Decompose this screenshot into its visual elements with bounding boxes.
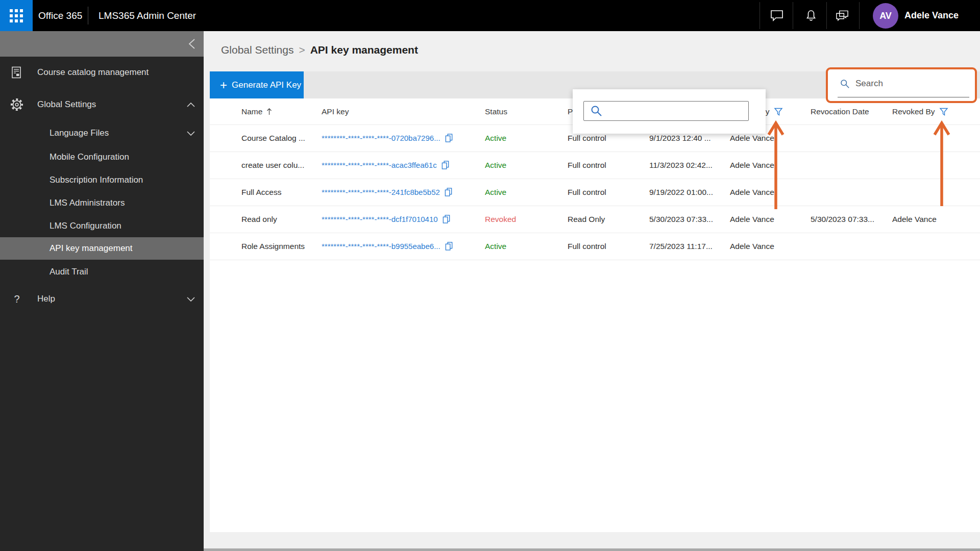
search-icon — [591, 105, 603, 117]
sidebar-item-label: LMS Administrators — [50, 198, 125, 208]
avatar[interactable]: AV — [873, 3, 898, 29]
cell-api-key: ********-****-****-****-acac3ffea61c — [322, 152, 450, 179]
chevron-down-icon[interactable] — [187, 294, 195, 304]
cell-name: Course Catalog ... — [241, 124, 305, 152]
cell-permission: Full control — [568, 179, 606, 206]
cell-name: Read only — [241, 206, 277, 233]
cell-api-key: ********-****-****-****-0720ba7296... — [322, 124, 453, 152]
sidebar-item-label: Subscription Information — [50, 175, 143, 185]
status-badge: Active — [485, 233, 506, 260]
cell-permission: Read Only — [568, 206, 605, 233]
column-header-name[interactable]: Name — [241, 98, 272, 124]
filter-icon[interactable] — [939, 108, 948, 116]
chevron-up-icon[interactable] — [187, 99, 195, 110]
cell-created-by: Adele Vance — [730, 179, 774, 206]
filter-search-popup — [573, 89, 766, 134]
copy-icon[interactable] — [445, 133, 453, 143]
cell-revoked-by: Adele Vance — [892, 206, 937, 233]
cell-created-by: Adele Vance — [730, 233, 774, 260]
collapse-sidebar-icon[interactable] — [187, 38, 197, 49]
cell-api-key: ********-****-****-****-b9955eabe6... — [322, 233, 453, 260]
cell-permission: Full control — [568, 152, 606, 179]
help-icon: ? — [10, 292, 23, 306]
status-badge: Active — [485, 152, 506, 179]
table-row[interactable]: create user colu... ********-****-****-*… — [210, 152, 980, 179]
topbar-divider — [826, 2, 827, 29]
cell-name: Role Assignments — [241, 233, 305, 260]
sidebar-item-label: Language Files — [50, 128, 109, 138]
sort-ascending-icon — [266, 108, 272, 115]
sidebar-item-label: Help — [37, 294, 55, 304]
filter-icon[interactable] — [774, 108, 783, 116]
chevron-down-icon[interactable] — [187, 128, 195, 138]
sidebar-item-subscription-information[interactable]: Subscription Information — [0, 169, 204, 191]
search-input[interactable] — [854, 78, 969, 89]
breadcrumb-separator: > — [293, 44, 310, 56]
copy-icon[interactable] — [445, 241, 453, 251]
topbar-divider — [88, 7, 88, 24]
office-365-label[interactable]: Office 365 — [38, 0, 82, 31]
sidebar-item-mobile-configuration[interactable]: Mobile Configuration — [0, 146, 204, 168]
cell-api-key: ********-****-****-****-dcf1f7010410 — [322, 206, 451, 233]
app-launcher-icon[interactable] — [0, 0, 33, 31]
catalog-icon — [10, 66, 23, 79]
plus-icon: + — [220, 79, 227, 91]
chat-icon[interactable] — [770, 0, 783, 31]
generate-api-key-button[interactable]: + Generate API Key — [210, 71, 304, 98]
cell-created-by: Adele Vance — [730, 152, 774, 179]
generate-api-key-label: Generate API Key — [232, 80, 301, 90]
status-badge: Revoked — [485, 206, 516, 233]
table-row[interactable]: Read only ********-****-****-****-dcf1f7… — [210, 206, 980, 233]
search-icon — [840, 79, 850, 89]
breadcrumb: Global Settings>API key management — [221, 44, 418, 56]
waffle-grid — [10, 9, 23, 22]
cell-created: 7/25/2023 11:17... — [649, 233, 713, 260]
topbar-divider — [793, 2, 793, 29]
column-header-status[interactable]: Status — [485, 98, 507, 124]
table-row[interactable]: Full Access ********-****-****-****-241f… — [210, 179, 980, 206]
sidebar-item-global-settings[interactable]: Global Settings — [0, 93, 204, 116]
user-name[interactable]: Adele Vance — [904, 0, 959, 31]
popup-search-box[interactable] — [583, 101, 749, 121]
cell-api-key: ********-****-****-****-241fc8be5b52 — [322, 179, 453, 206]
feedback-icon[interactable] — [836, 0, 849, 31]
notifications-bell-icon[interactable] — [804, 0, 818, 31]
sidebar-item-label: Global Settings — [37, 99, 96, 110]
cell-permission: Full control — [568, 233, 606, 260]
sidebar-item-lms-administrators[interactable]: LMS Administrators — [0, 192, 204, 214]
sidebar-item-lms-configuration[interactable]: LMS Configuration — [0, 215, 204, 237]
sidebar-item-label: Course catalog management — [37, 67, 149, 78]
gear-icon — [10, 98, 23, 111]
popup-search-input[interactable] — [607, 103, 748, 119]
sidebar-item-api-key-management[interactable]: API key management — [0, 237, 204, 260]
cell-created: 11/3/2023 02:42... — [649, 152, 713, 179]
copy-icon[interactable] — [444, 187, 453, 197]
cell-created: 5/30/2023 07:33... — [649, 206, 713, 233]
search-highlight-annotation — [826, 67, 977, 103]
sidebar-header — [0, 31, 204, 57]
topbar-divider — [760, 2, 760, 29]
sidebar-item-help[interactable]: ? Help — [0, 288, 204, 310]
table-row[interactable]: Role Assignments ********-****-****-****… — [210, 233, 980, 260]
table-panel: Name API key Status Permission Created C… — [210, 98, 980, 532]
sidebar-item-label: API key management — [50, 243, 133, 254]
sidebar-item-course-catalog-management[interactable]: Course catalog management — [0, 61, 204, 84]
page-title: API key management — [310, 44, 418, 56]
admin-center-label[interactable]: LMS365 Admin Center — [99, 0, 196, 31]
topbar-divider — [859, 2, 860, 29]
column-header-api-key[interactable]: API key — [322, 98, 349, 124]
search-box[interactable] — [838, 70, 969, 97]
horizontal-scrollbar[interactable] — [204, 548, 980, 551]
top-bar: Office 365 LMS365 Admin Center AV Adele … — [0, 0, 980, 31]
breadcrumb-section[interactable]: Global Settings — [221, 44, 293, 56]
cell-created: 9/19/2022 01:00... — [649, 179, 713, 206]
status-badge: Active — [485, 124, 506, 152]
copy-icon[interactable] — [442, 214, 451, 224]
sidebar-item-label: LMS Configuration — [50, 221, 121, 231]
status-badge: Active — [485, 179, 506, 206]
cell-created-by: Adele Vance — [730, 206, 774, 233]
sidebar-item-language-files[interactable]: Language Files — [0, 122, 204, 144]
copy-icon[interactable] — [441, 160, 450, 170]
cell-revocation-date: 5/30/2023 07:33... — [811, 206, 874, 233]
sidebar-item-audit-trail[interactable]: Audit Trail — [0, 261, 204, 283]
